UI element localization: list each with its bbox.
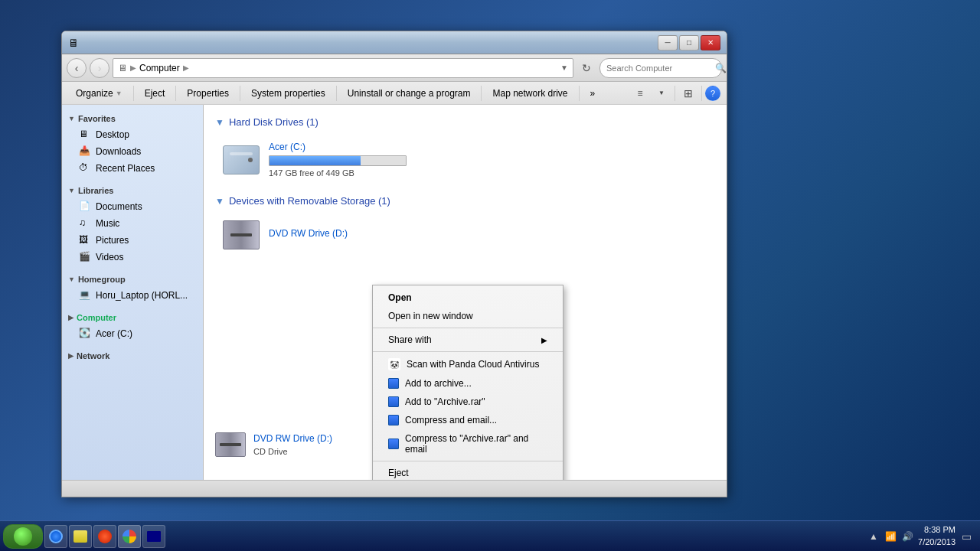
menu-sep-2	[175, 86, 176, 101]
tray-network-icon[interactable]: 📶	[884, 530, 897, 543]
sidebar-homegroup-header[interactable]: ▼ Homegroup	[62, 272, 203, 287]
pictures-icon: 🖼	[79, 234, 91, 246]
start-button[interactable]	[3, 524, 43, 549]
sidebar-item-recent[interactable]: ⏱ Recent Places	[62, 160, 203, 177]
bottom-dvd-info: DVD RW Drive (D:) CD Drive	[253, 433, 332, 456]
sidebar-item-downloads[interactable]: 📥 Downloads	[62, 143, 203, 160]
favorites-label: Favorites	[78, 114, 116, 123]
dvd-name[interactable]: DVD RW Drive (D:)	[269, 228, 707, 239]
sidebar-item-horu[interactable]: 💻 Horu_Laptop (HORL...	[62, 287, 203, 304]
title-bar: 🖥 ─ □ ✕	[62, 31, 727, 54]
tray-volume-icon[interactable]: 🔊	[901, 530, 913, 543]
sidebar-item-desktop-label: Desktop	[96, 129, 129, 140]
eject-menu[interactable]: Eject	[137, 86, 173, 101]
ctx-compress-archive-email[interactable]: Compress to "Archive.rar" and email	[373, 429, 563, 458]
sidebar-item-documents[interactable]: 📄 Documents	[62, 198, 203, 215]
sidebar-item-music-label: Music	[96, 218, 119, 229]
ctx-open-new-window[interactable]: Open in new window	[373, 307, 563, 325]
search-input[interactable]	[606, 64, 712, 73]
maximize-button[interactable]: □	[679, 35, 699, 51]
view-dropdown[interactable]: ▼	[652, 85, 671, 102]
sidebar-computer-header[interactable]: ▶ Computer	[62, 310, 203, 325]
refresh-button[interactable]: ↻	[577, 58, 596, 78]
view-btn-details[interactable]: ≡	[630, 85, 650, 102]
title-bar-left: 🖥	[68, 37, 79, 49]
system-properties-menu[interactable]: System properties	[243, 86, 333, 101]
sidebar-favorites: ▼ Favorites 🖥 Desktop 📥 Downloads ⏱ Rece…	[62, 111, 203, 177]
hdd-icon	[223, 145, 260, 174]
sidebar-item-pictures[interactable]: 🖼 Pictures	[62, 232, 203, 249]
uninstall-menu[interactable]: Uninstall or change a program	[340, 86, 479, 101]
search-icon: 🔍	[715, 63, 727, 73]
acer-c-icon: 💽	[79, 328, 91, 340]
sidebar-item-acer-label: Acer (C:)	[96, 328, 132, 339]
ctx-sep-3	[373, 461, 563, 461]
ctx-scan-antivirus[interactable]: 🐼 Scan with Panda Cloud Antivirus	[373, 354, 563, 374]
menu-sep-6	[579, 86, 580, 101]
tray-arrow[interactable]: ▲	[867, 530, 880, 543]
sidebar-network-header[interactable]: ▶ Network	[62, 348, 203, 364]
computer-label: Computer	[77, 313, 116, 322]
map-network-menu[interactable]: Map network drive	[485, 86, 575, 101]
drive-progress-fill	[270, 156, 361, 165]
tray-notification-icon[interactable]: ▭	[960, 530, 972, 543]
forward-button[interactable]: ›	[90, 58, 109, 78]
menu-sep-4	[336, 86, 337, 101]
acer-drive-item: Acer (C:) 147 GB free of 449 GB	[215, 135, 715, 184]
sidebar-favorites-header[interactable]: ▼ Favorites	[62, 111, 203, 126]
ctx-share-label: Share with	[388, 334, 432, 345]
network-label: Network	[77, 351, 109, 360]
taskbar-explorer-btn[interactable]	[69, 525, 92, 548]
ctx-eject[interactable]: Eject	[373, 464, 563, 480]
sidebar-item-music[interactable]: ♫ Music	[62, 215, 203, 232]
organize-menu[interactable]: Organize ▼	[68, 86, 130, 101]
path-arrow-1: ▶	[130, 64, 136, 72]
ctx-compress-email[interactable]: Compress and email...	[373, 411, 563, 429]
taskbar-media-btn[interactable]	[93, 525, 116, 548]
sidebar-computer: ▶ Computer 💽 Acer (C:)	[62, 310, 203, 342]
hard-disk-title: Hard Disk Drives (1)	[229, 116, 318, 128]
dvd-icon	[223, 220, 260, 249]
more-options-menu[interactable]: »	[583, 86, 603, 101]
menu-sep-1	[133, 86, 134, 101]
ctx-open[interactable]: Open	[373, 289, 563, 307]
sidebar-homegroup: ▼ Homegroup 💻 Horu_Laptop (HORL...	[62, 272, 203, 304]
panda-icon: 🐼	[388, 358, 400, 370]
desktop: 🖥 ─ □ ✕ ‹ › 🖥 ▶ Computer ▶ ▼ ↻	[0, 0, 980, 551]
taskbar-ie-btn[interactable]	[44, 525, 67, 548]
drive-name[interactable]: Acer (C:)	[269, 142, 707, 152]
ctx-share-with[interactable]: Share with ▶	[373, 331, 563, 349]
ctx-add-archive[interactable]: Add to archive...	[373, 374, 563, 393]
view-sep	[675, 86, 675, 101]
hard-disk-section-header: ▼ Hard Disk Drives (1)	[215, 116, 715, 128]
libraries-arrow: ▼	[68, 187, 75, 194]
minimize-button[interactable]: ─	[658, 35, 678, 51]
view-btn-icons[interactable]: ⊞	[678, 85, 698, 102]
properties-menu[interactable]: Properties	[179, 86, 237, 101]
help-btn[interactable]: ?	[705, 86, 720, 101]
sidebar-item-recent-label: Recent Places	[96, 163, 155, 174]
horu-icon: 💻	[79, 289, 91, 302]
cmd-icon	[147, 531, 161, 542]
content-area: ▼ Favorites 🖥 Desktop 📥 Downloads ⏱ Rece…	[62, 105, 727, 480]
clock[interactable]: 8:38 PM 7/20/2013	[918, 524, 956, 548]
context-menu: Open Open in new window Share with ▶ 🐼 S…	[372, 285, 564, 480]
address-dropdown-btn[interactable]: ▼	[560, 64, 568, 72]
sidebar-libraries-header[interactable]: ▼ Libraries	[62, 183, 203, 198]
sidebar-item-videos[interactable]: 🎬 Videos	[62, 249, 203, 266]
sidebar-item-acer-c[interactable]: 💽 Acer (C:)	[62, 325, 203, 342]
computer-arrow: ▶	[68, 314, 74, 321]
bottom-dvd-name[interactable]: DVD RW Drive (D:)	[253, 433, 332, 444]
sidebar-libraries: ▼ Libraries 📄 Documents ♫ Music 🖼 Pictur…	[62, 183, 203, 266]
sidebar-item-documents-label: Documents	[96, 201, 142, 212]
close-button[interactable]: ✕	[701, 35, 720, 51]
bottom-dvd-sub: CD Drive	[253, 447, 332, 456]
back-button[interactable]: ‹	[67, 58, 87, 78]
sidebar-item-desktop[interactable]: 🖥 Desktop	[62, 126, 203, 143]
taskbar-active-btn[interactable]	[118, 525, 141, 548]
address-icon: 🖥	[118, 63, 127, 73]
drive-progress-bar	[269, 155, 407, 166]
bottom-dvd-slot	[220, 443, 241, 446]
taskbar-cmd-btn[interactable]	[142, 525, 165, 548]
ctx-add-archive-rar[interactable]: Add to "Archive.rar"	[373, 393, 563, 411]
